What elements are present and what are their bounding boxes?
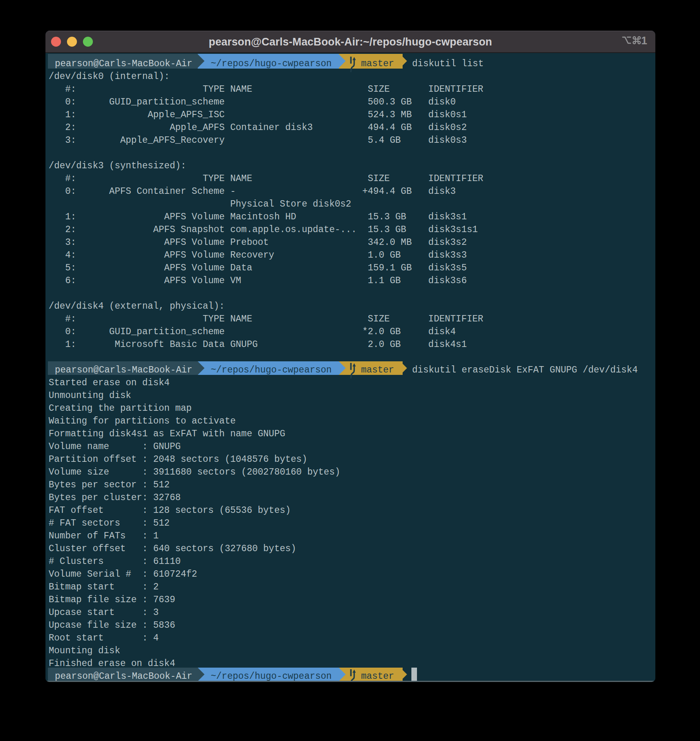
svg-text:1: 1	[641, 36, 647, 47]
